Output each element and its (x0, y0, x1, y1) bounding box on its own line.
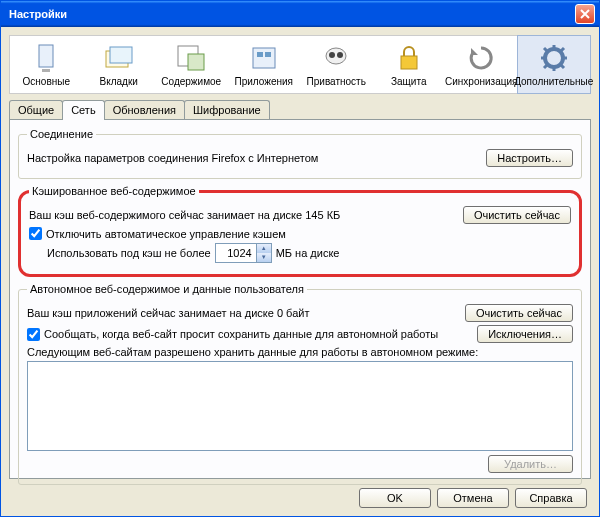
offline-sites-list[interactable] (27, 361, 573, 451)
spin-down[interactable]: ▼ (256, 253, 271, 262)
tabs-icon (104, 45, 134, 71)
svg-rect-0 (39, 45, 53, 67)
connection-settings-button[interactable]: Настроить… (486, 149, 573, 167)
cat-tabs[interactable]: Вкладки (83, 36, 156, 93)
svg-line-20 (561, 48, 564, 51)
svg-point-10 (329, 52, 335, 58)
cache-legend: Кэшированное веб-содержимое (29, 185, 199, 197)
offline-status: Ваш кэш приложений сейчас занимает на ди… (27, 307, 465, 319)
gear-icon (539, 43, 569, 73)
cat-apps[interactable]: Приложения (228, 36, 301, 93)
connection-text: Настройка параметров соединения Firefox … (27, 152, 486, 164)
svg-rect-8 (265, 52, 271, 57)
window-title: Настройки (5, 8, 575, 20)
cat-privacy[interactable]: Приватность (300, 36, 373, 93)
svg-line-21 (544, 65, 547, 68)
tab-content: Соединение Настройка параметров соединен… (9, 119, 591, 479)
connection-group: Соединение Настройка параметров соединен… (18, 128, 582, 179)
lock-icon (397, 44, 421, 72)
svg-point-13 (545, 49, 563, 67)
cache-limit-suffix: МБ на диске (276, 247, 340, 259)
cancel-button[interactable]: Отмена (437, 488, 509, 508)
general-icon (33, 43, 59, 73)
svg-rect-5 (188, 54, 204, 70)
offline-delete-button: Удалить… (488, 455, 573, 473)
cache-size-spinner[interactable]: ▲▼ (215, 243, 272, 263)
ok-button[interactable]: OK (359, 488, 431, 508)
sync-icon (467, 44, 495, 72)
tab-updates[interactable]: Обновления (104, 100, 185, 119)
spin-up[interactable]: ▲ (256, 244, 271, 253)
category-toolbar: Основные Вкладки Содержимое Приложения П… (9, 35, 591, 94)
close-button[interactable] (575, 4, 595, 24)
offline-legend: Автономное веб-содержимое и данные польз… (27, 283, 307, 295)
offline-group: Автономное веб-содержимое и данные польз… (18, 283, 582, 485)
svg-rect-7 (257, 52, 263, 57)
cache-limit-prefix: Использовать под кэш не более (47, 247, 211, 259)
cat-security[interactable]: Защита (373, 36, 446, 93)
subtabs: Общие Сеть Обновления Шифрование (9, 100, 591, 119)
svg-point-11 (337, 52, 343, 58)
tab-network[interactable]: Сеть (62, 100, 104, 120)
svg-rect-3 (110, 47, 132, 63)
cat-advanced[interactable]: Дополнительные (517, 35, 592, 94)
svg-rect-6 (253, 48, 275, 68)
svg-line-18 (544, 48, 547, 51)
help-button[interactable]: Справка (515, 488, 587, 508)
settings-window: Настройки Основные Вкладки Содержимое Пр… (0, 0, 600, 517)
dialog-footer: OK Отмена Справка (359, 488, 587, 508)
privacy-icon (322, 44, 350, 72)
svg-rect-12 (401, 56, 417, 69)
cache-size-input[interactable] (216, 244, 256, 262)
offline-clear-button[interactable]: Очистить сейчас (465, 304, 573, 322)
cat-sync[interactable]: Синхронизация (445, 36, 518, 93)
content-icon (176, 44, 206, 72)
cache-status: Ваш кэш веб-содержимого сейчас занимает … (29, 209, 463, 221)
tab-encryption[interactable]: Шифрование (184, 100, 270, 119)
cat-content[interactable]: Содержимое (155, 36, 228, 93)
tab-general[interactable]: Общие (9, 100, 63, 119)
connection-legend: Соединение (27, 128, 96, 140)
offline-notify-label: Сообщать, когда веб-сайт просит сохранит… (44, 328, 477, 340)
svg-point-9 (326, 48, 346, 64)
svg-rect-1 (42, 69, 50, 72)
close-icon (580, 9, 590, 19)
offline-notify-checkbox[interactable] (27, 328, 40, 341)
cache-clear-button[interactable]: Очистить сейчас (463, 206, 571, 224)
apps-icon (249, 44, 279, 72)
titlebar: Настройки (1, 1, 599, 27)
cache-group: Кэшированное веб-содержимое Ваш кэш веб-… (18, 185, 582, 277)
offline-list-label: Следующим веб-сайтам разрешено хранить д… (27, 346, 573, 358)
offline-exceptions-button[interactable]: Исключения… (477, 325, 573, 343)
cache-override-label: Отключить автоматическое управление кэше… (46, 228, 286, 240)
cache-override-checkbox[interactable] (29, 227, 42, 240)
cat-general[interactable]: Основные (10, 36, 83, 93)
svg-line-19 (561, 65, 564, 68)
